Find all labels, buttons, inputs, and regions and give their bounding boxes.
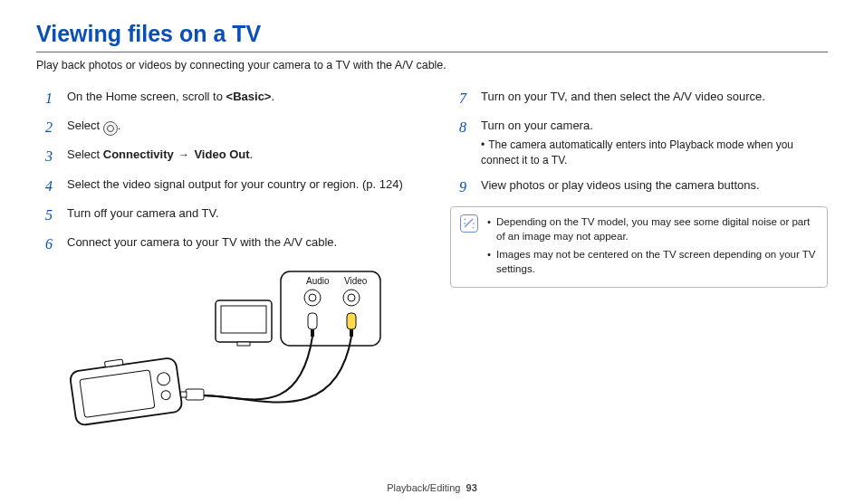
step-text: Select the video signal output for your … [67, 177, 403, 191]
svg-rect-12 [186, 389, 204, 400]
video-label: Video [344, 276, 368, 286]
step-text: . [250, 147, 254, 161]
note-icon [460, 214, 478, 233]
footer-page-number: 93 [466, 482, 477, 493]
step-item: 9View photos or play videos using the ca… [459, 177, 828, 197]
step-text: . [118, 119, 121, 132]
step-body: Select Connectivity → Video Out. [67, 147, 414, 163]
left-column: 1On the Home screen, scroll to <Basic>.2… [36, 89, 414, 451]
step-body: Turn on your camera.•The camera automati… [481, 118, 828, 168]
connection-illustration: Audio Video [36, 264, 414, 450]
step-text: Select [67, 147, 103, 161]
step-number: 8 [459, 118, 472, 138]
step-text: Turn off your camera and TV. [67, 206, 219, 220]
step-text: Select [67, 119, 103, 132]
svg-rect-5 [308, 313, 317, 329]
camera-icon [69, 352, 183, 426]
step-text: → [174, 148, 195, 161]
step-text: . [271, 90, 274, 103]
left-steps-list: 1On the Home screen, scroll to <Basic>.2… [36, 89, 414, 255]
step-body: Select . [67, 118, 414, 136]
step-item: 4Select the video signal output for your… [45, 176, 414, 196]
page-title: Viewing files on a TV [36, 18, 828, 50]
step-body: Turn off your camera and TV. [67, 205, 414, 222]
right-column: 7Turn on your TV, and then select the A/… [450, 89, 828, 451]
step-text: Turn on your camera. [481, 119, 593, 132]
page-footer: Playback/Editing 93 [0, 481, 864, 495]
content-columns: 1On the Home screen, scroll to <Basic>.2… [36, 89, 828, 451]
step-body: Turn on your TV, and then select the A/V… [481, 89, 828, 105]
step-body: View photos or play videos using the cam… [481, 177, 828, 194]
step-text: Turn on your TV, and then select the A/V… [481, 90, 765, 103]
note-item: Depending on the TV model, you may see s… [487, 214, 818, 243]
cable-connector-icon [179, 389, 204, 400]
right-steps-list: 7Turn on your TV, and then select the A/… [450, 89, 828, 198]
svg-rect-7 [347, 313, 356, 329]
note-list: Depending on the TV model, you may see s… [487, 214, 818, 280]
note-item: Images may not be centered on the TV scr… [487, 247, 818, 276]
footer-section: Playback/Editing [387, 482, 460, 493]
svg-point-2 [309, 294, 316, 301]
step-body: Select the video signal output for your … [67, 176, 414, 193]
playback-icon [103, 121, 118, 136]
step-number: 5 [45, 205, 58, 225]
step-item: 2Select . [45, 118, 414, 138]
step-subnote: •The camera automatically enters into Pl… [481, 138, 828, 168]
tv-icon [216, 300, 272, 346]
svg-point-4 [348, 294, 355, 301]
step-body: On the Home screen, scroll to <Basic>. [67, 89, 414, 105]
step-text: <Basic> [226, 90, 272, 103]
step-text: On the Home screen, scroll to [67, 90, 226, 103]
svg-rect-6 [311, 329, 314, 337]
step-item: 1On the Home screen, scroll to <Basic>. [45, 89, 414, 109]
svg-rect-11 [237, 342, 250, 346]
step-number: 9 [459, 177, 472, 197]
step-item: 8Turn on your camera.•The camera automat… [459, 118, 828, 168]
svg-rect-8 [350, 329, 353, 337]
step-text: Connectivity [103, 147, 174, 161]
step-item: 5Turn off your camera and TV. [45, 205, 414, 225]
step-number: 3 [45, 147, 58, 166]
title-rule [36, 52, 828, 52]
svg-rect-10 [221, 306, 266, 333]
step-item: 3Select Connectivity → Video Out. [45, 147, 414, 166]
audio-label: Audio [306, 276, 330, 286]
step-number: 4 [45, 176, 58, 196]
step-number: 1 [45, 89, 58, 109]
step-text: View photos or play videos using the cam… [481, 178, 760, 192]
step-text: Video Out [194, 147, 249, 161]
step-item: 7Turn on your TV, and then select the A/… [459, 89, 828, 109]
step-body: Connect your camera to your TV with the … [67, 234, 414, 251]
step-number: 2 [45, 118, 58, 138]
intro-text: Play back photos or videos by connecting… [36, 58, 828, 74]
step-text: Connect your camera to your TV with the … [67, 235, 337, 249]
step-item: 6Connect your camera to your TV with the… [45, 234, 414, 254]
note-box: Depending on the TV model, you may see s… [450, 206, 828, 288]
step-number: 7 [459, 89, 472, 109]
step-number: 6 [45, 234, 58, 254]
